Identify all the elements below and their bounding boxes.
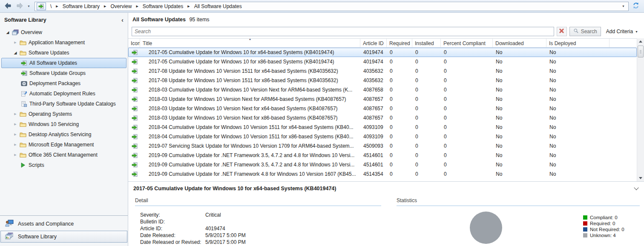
search-button[interactable]: Search — [569, 27, 601, 36]
sidebar-item-desktop-analytics-servicing[interactable]: ▶Desktop Analytics Servicing — [1, 129, 126, 140]
table-row[interactable]: 2017-05 Cumulative Update for Windows 10… — [128, 57, 637, 66]
tree-expander-icon[interactable]: ▶ — [12, 112, 19, 116]
column-header-required[interactable]: Required — [387, 39, 412, 47]
table-row[interactable]: 2018-04 Cumulative Update for Windows 10… — [128, 132, 637, 141]
sidebar-item-office-365-client-management[interactable]: ▶Office 365 Client Management — [1, 150, 126, 160]
table-row[interactable]: 2017-05 Cumulative Update for Windows 10… — [128, 48, 637, 57]
sidebar-item-label: Software Update Groups — [29, 70, 86, 76]
breadcrumb-item[interactable]: Software Updates — [142, 3, 184, 9]
sidebar-item-all-software-updates[interactable]: All Software Updates — [1, 58, 126, 68]
table-row[interactable]: 2018-04 Cumulative Update for Windows 10… — [128, 123, 637, 132]
back-button[interactable] — [3, 2, 13, 11]
software-update-icon — [129, 152, 141, 159]
table-row[interactable]: 2019-07 Servicing Stack Update for Windo… — [128, 141, 637, 151]
row-downloaded: No — [493, 77, 547, 83]
row-title: 2018-04 Cumulative Update for Windows 10… — [141, 124, 361, 130]
row-percent-compliant: 0 — [441, 115, 493, 121]
address-dropdown-icon[interactable]: ▼ — [620, 5, 627, 8]
row-installed: 0 — [413, 171, 441, 177]
row-installed: 0 — [413, 68, 441, 74]
workspace-button-software-library[interactable]: Software Library — [0, 231, 127, 243]
sidebar-item-windows-10-servicing[interactable]: ▶Windows 10 Servicing — [1, 119, 126, 129]
breadcrumb-item[interactable]: \ — [49, 3, 52, 9]
scrollbar-thumb[interactable] — [638, 46, 644, 57]
row-percent-compliant: 0 — [441, 68, 493, 74]
updates-table: IconTitle▲Article IDRequiredInstalledPer… — [128, 38, 644, 181]
navigation-tree: ◢Overview▶Application Management◢Softwar… — [0, 24, 128, 170]
collapse-sidebar-icon[interactable]: ‹ — [121, 18, 124, 22]
breadcrumb-item[interactable]: Overview — [109, 3, 132, 9]
detail-field-value: Critical — [205, 212, 381, 218]
column-header-title[interactable]: Title▲ — [140, 39, 360, 47]
sidebar-item-automatic-deployment-rules[interactable]: Automatic Deployment Rules — [1, 89, 126, 99]
workspace-button-label: Software Library — [18, 234, 57, 240]
tree-expander-icon[interactable]: ◢ — [4, 30, 11, 34]
software-update-icon — [129, 49, 141, 56]
sidebar-item-third-party-software-update-catalogs[interactable]: Third-Party Software Update Catalogs — [1, 99, 126, 109]
column-header-downloaded[interactable]: Downloaded — [493, 39, 546, 47]
sidebar-item-microsoft-edge-management[interactable]: ▶Microsoft Edge Management — [1, 140, 126, 150]
history-dropdown-icon[interactable]: ▼ — [26, 5, 31, 8]
column-header-icon[interactable]: Icon — [128, 39, 140, 47]
add-criteria-dropdown[interactable]: Add Criteria ▼ — [604, 29, 641, 34]
column-header-article-id[interactable]: Article ID — [360, 39, 387, 47]
breadcrumb-item[interactable]: Software Library — [62, 3, 101, 9]
row-is-deployed: No — [547, 115, 610, 121]
sidebar-item-scripts[interactable]: Scripts — [1, 160, 126, 170]
sidebar-item-operating-systems[interactable]: ▶Operating Systems — [1, 109, 126, 119]
tree-expander-icon[interactable]: ▶ — [12, 123, 19, 126]
table-row[interactable]: 2019-09 Cumulative Update for .NET Frame… — [128, 169, 637, 179]
software-update-icon — [129, 68, 141, 74]
forward-button[interactable] — [14, 2, 25, 11]
sidebar-item-label: Desktop Analytics Servicing — [29, 132, 91, 137]
row-percent-compliant: 0 — [441, 106, 493, 112]
folder-icon — [19, 40, 27, 46]
sidebar-item-deployment-packages[interactable]: Deployment Packages — [1, 78, 126, 89]
search-input[interactable] — [132, 27, 554, 36]
row-downloaded: No — [493, 106, 547, 112]
scroll-down-button[interactable] — [637, 175, 644, 181]
clear-search-button[interactable] — [557, 27, 567, 36]
breadcrumb-item[interactable]: All Software Updates — [193, 3, 243, 9]
row-title: 2017-08 Update for Windows 10 Version 15… — [141, 68, 361, 74]
legend-swatch — [583, 215, 587, 220]
breadcrumb-separator-icon: ▶ — [136, 5, 138, 8]
refresh-button[interactable] — [630, 2, 641, 11]
table-row[interactable]: 2017-08 Update for Windows 10 Version 15… — [128, 76, 637, 85]
table-row[interactable]: 2018-03 Update for Windows 10 Version Ne… — [128, 104, 637, 113]
table-row[interactable]: 2018-03 Cumulative Update for Windows 10… — [128, 85, 637, 94]
table-row[interactable]: 2018-03 Update for Windows 10 Version Ne… — [128, 94, 637, 104]
breadcrumb-separator-icon: ▶ — [187, 5, 190, 8]
row-installed: 0 — [413, 152, 441, 158]
row-required: 0 — [387, 171, 413, 177]
back-arrow-icon — [4, 3, 12, 10]
tree-expander-icon[interactable]: ▶ — [12, 41, 19, 44]
workspace-button-assets-and-compliance[interactable]: Assets and Compliance — [0, 218, 127, 230]
main-pane: All Software Updates 95 items Search Add… — [128, 13, 644, 246]
legend-label: Unknown: 4 — [590, 232, 616, 238]
tree-expander-icon[interactable]: ▶ — [12, 153, 19, 157]
column-header-installed[interactable]: Installed — [412, 39, 441, 47]
sidebar-item-overview[interactable]: ◢Overview — [1, 27, 126, 37]
scroll-up-button[interactable] — [637, 38, 644, 45]
collapse-detail-chevron-icon[interactable] — [634, 185, 638, 190]
row-title: 2018-04 Cumulative Update for Windows 10… — [141, 134, 361, 140]
table-row[interactable]: 2019-09 Cumulative Update for .NET Frame… — [128, 160, 637, 169]
sidebar-item-application-management[interactable]: ▶Application Management — [1, 37, 126, 48]
column-header-percent-compliant[interactable]: Percent Compliant — [441, 39, 493, 47]
tree-expander-icon[interactable]: ▶ — [12, 133, 19, 136]
sidebar-item-software-updates[interactable]: ◢Software Updates — [1, 48, 126, 58]
sidebar-item-label: Operating Systems — [29, 111, 72, 117]
compliance-pie-chart — [470, 212, 502, 244]
sidebar-item-software-update-groups[interactable]: Software Update Groups — [1, 68, 126, 78]
table-row[interactable]: 2017-08 Update for Windows 10 Version 15… — [128, 66, 637, 76]
row-downloaded: No — [493, 115, 547, 121]
column-header-is-deployed[interactable]: Is Deployed — [546, 39, 610, 47]
vertical-scrollbar[interactable] — [637, 38, 644, 181]
row-title: 2018-03 Update for Windows 10 Version Ne… — [141, 96, 361, 102]
tree-expander-icon[interactable]: ▶ — [12, 143, 19, 146]
table-row[interactable]: 2019-09 Cumulative Update for .NET Frame… — [128, 151, 637, 160]
table-row[interactable]: 2018-03 Update for Windows 10 Version Ne… — [128, 113, 637, 123]
row-required: 0 — [387, 152, 413, 158]
tree-expander-icon[interactable]: ◢ — [12, 51, 19, 55]
